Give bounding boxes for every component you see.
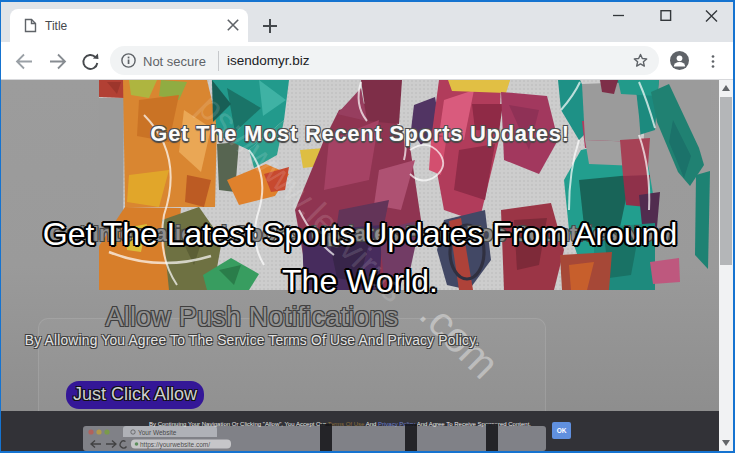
svg-text:Your Website: Your Website [138,429,177,436]
svg-text:https://yourwebsite.com/: https://yourwebsite.com/ [140,441,210,449]
